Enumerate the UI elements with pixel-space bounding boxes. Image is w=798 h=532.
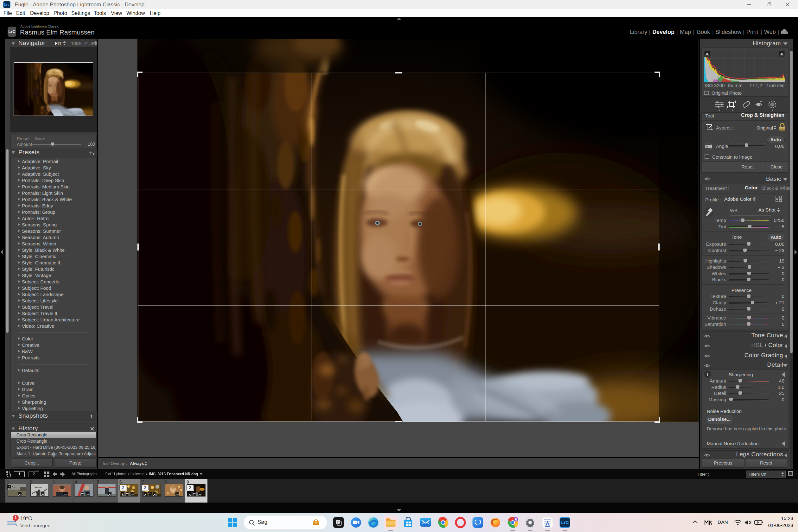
svg-text:R: R: [515, 518, 517, 521]
